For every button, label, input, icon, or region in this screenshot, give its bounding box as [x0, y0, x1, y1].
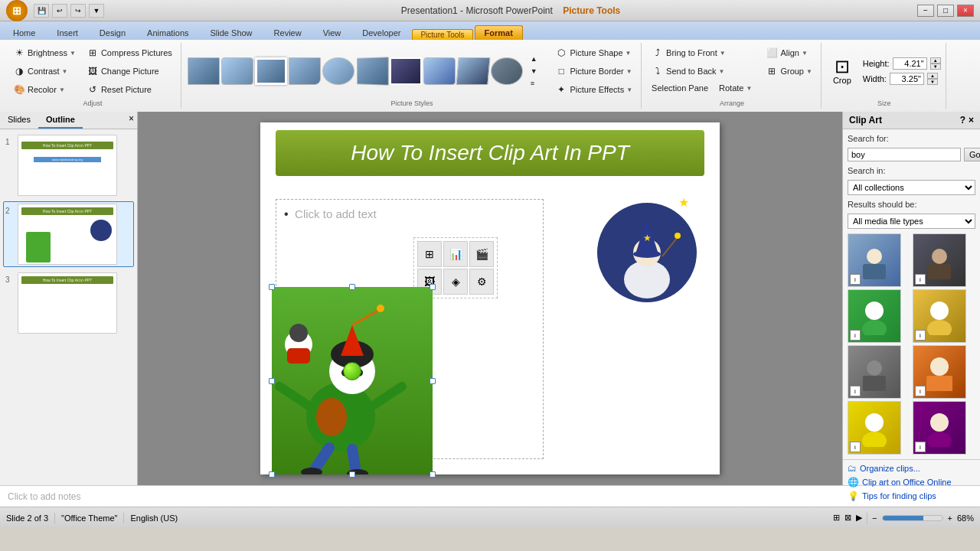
clipart-help[interactable]: ? — [960, 115, 965, 126]
crop-button[interactable]: ⊡ Crop — [828, 54, 857, 89]
office-online-link[interactable]: 🌐 Clip art on Office Online — [848, 477, 975, 487]
character-container[interactable] — [272, 287, 433, 474]
tab-view[interactable]: View — [313, 25, 351, 40]
handle-bl[interactable] — [269, 471, 275, 478]
compress-button[interactable]: ⊞ Compress Pictures — [83, 44, 176, 61]
tab-slideshow[interactable]: Slide Show — [201, 25, 263, 40]
style-3[interactable] — [255, 57, 287, 85]
quick-save[interactable]: 💾 — [34, 4, 49, 18]
style-8[interactable] — [423, 57, 456, 85]
maximize-button[interactable]: □ — [937, 5, 954, 17]
picture-effects-button[interactable]: ✦ Picture Effects ▼ — [551, 81, 636, 98]
picture-shape-button[interactable]: ⬡ Picture Shape ▼ — [551, 44, 636, 61]
grid-media-icon[interactable]: 🎬 — [469, 241, 494, 267]
slides-tab[interactable]: Slides — [0, 112, 38, 129]
zoom-slider[interactable] — [882, 515, 943, 521]
organize-clips-link[interactable]: 🗂 Organize clips... — [848, 463, 975, 474]
style-10[interactable] — [491, 57, 523, 85]
slide-item-2[interactable]: 2 How To Insert Clip Art in PPT — [3, 201, 134, 267]
slide-item-3[interactable]: 3 How To Insert Clip Art in PPT — [3, 270, 134, 336]
clip-item-8[interactable]: i — [913, 401, 966, 455]
selection-pane-button[interactable]: Selection Pane — [648, 81, 712, 95]
more-styles[interactable]: ▲ — [528, 54, 541, 64]
bring-front-button[interactable]: ⤴ Bring to Front ▼ — [648, 44, 756, 61]
all-styles[interactable]: ≡ — [528, 78, 541, 89]
minimize-button[interactable]: − — [917, 5, 934, 17]
style-5[interactable] — [322, 57, 354, 85]
tab-home[interactable]: Home — [3, 25, 45, 40]
tab-insert[interactable]: Insert — [47, 25, 88, 40]
align-button[interactable]: ⬜ Align ▼ — [762, 44, 816, 61]
reset-picture-button[interactable]: ↺ Reset Picture — [83, 81, 176, 98]
clipart-close[interactable]: × — [969, 115, 974, 126]
style-9[interactable] — [456, 57, 490, 85]
change-picture-button[interactable]: 🖼 Change Picture — [83, 63, 176, 80]
less-styles[interactable]: ▼ — [528, 66, 541, 77]
height-spin[interactable]: ▲ ▼ — [930, 57, 941, 70]
handle-tm[interactable] — [349, 284, 355, 290]
slide-canvas[interactable]: How To Insert Clip Art In PPT • Click to… — [260, 122, 720, 474]
width-spin[interactable]: ▲ ▼ — [927, 73, 938, 85]
clip-item-6[interactable]: i — [913, 345, 966, 399]
width-input[interactable] — [890, 73, 924, 85]
tab-developer[interactable]: Developer — [352, 25, 410, 40]
group-button[interactable]: ⊞ Group ▼ — [762, 63, 816, 80]
contrast-button[interactable]: ◑ Contrast ▼ — [9, 63, 80, 80]
go-button[interactable]: Go — [964, 148, 980, 161]
handle-mr[interactable] — [430, 378, 436, 384]
handle-tl[interactable] — [269, 284, 275, 290]
notes-bar[interactable]: Click to add notes — [0, 485, 980, 507]
handle-tr[interactable] — [430, 284, 436, 290]
move-handle[interactable] — [343, 362, 361, 380]
recolor-button[interactable]: 🎨 Recolor ▼ — [9, 81, 80, 98]
view-slide-sorter[interactable]: ⊠ — [844, 513, 851, 523]
tab-design[interactable]: Design — [90, 25, 136, 40]
quick-undo[interactable]: ↩ — [52, 4, 67, 18]
zoom-in[interactable]: + — [948, 514, 952, 523]
view-normal[interactable]: ⊞ — [833, 513, 840, 523]
grid-table-icon[interactable]: ⊞ — [417, 241, 442, 267]
close-panel[interactable]: × — [126, 112, 137, 129]
results-select[interactable]: All media file types — [848, 214, 975, 229]
style-2[interactable] — [221, 57, 253, 85]
outline-tab[interactable]: Outline — [38, 112, 83, 129]
slide-item-1[interactable]: 1 How To Insert Clip Art in PPT www.mysl… — [3, 132, 134, 198]
grid-extra-icon[interactable]: ⚙ — [469, 269, 494, 295]
style-4[interactable] — [289, 57, 321, 85]
style-1[interactable] — [188, 57, 220, 85]
picture-border-button[interactable]: □ Picture Border ▼ — [551, 63, 636, 80]
clip-item-3[interactable]: i — [848, 289, 901, 343]
handle-ml[interactable] — [269, 378, 275, 384]
clip-item-1[interactable]: i — [848, 233, 901, 287]
search-in-select[interactable]: All collections — [848, 180, 975, 195]
wizard-clipart[interactable]: ★ ★ — [597, 203, 697, 302]
slide-thumb-2[interactable]: How To Insert Clip Art in PPT — [18, 204, 117, 265]
tips-link[interactable]: 💡 Tips for finding clips — [848, 491, 975, 501]
brightness-button[interactable]: ☀ Brightness ▼ — [9, 44, 80, 61]
slide-thumb-3[interactable]: How To Insert Clip Art in PPT — [18, 272, 117, 334]
tab-animations[interactable]: Animations — [137, 25, 198, 40]
grid-chart-icon[interactable]: 📊 — [443, 241, 468, 267]
clip-item-4[interactable]: i — [913, 289, 966, 343]
height-input[interactable] — [893, 57, 927, 70]
view-slideshow[interactable]: ▶ — [856, 513, 862, 523]
tab-format[interactable]: Format — [475, 25, 523, 40]
office-button[interactable]: ⊞ — [6, 0, 28, 21]
style-6[interactable] — [357, 57, 389, 86]
rotate-button[interactable]: Rotate ▼ — [715, 81, 756, 95]
clip-item-2[interactable]: i — [913, 233, 966, 287]
close-button[interactable]: × — [957, 5, 974, 17]
quick-extra[interactable]: ▼ — [89, 4, 104, 18]
quick-redo[interactable]: ↪ — [70, 4, 86, 18]
style-7[interactable] — [390, 57, 422, 85]
handle-bm[interactable] — [349, 471, 355, 478]
zoom-out[interactable]: − — [872, 514, 877, 523]
clip-item-5[interactable]: i — [848, 345, 901, 399]
clip-item-7[interactable]: i — [848, 401, 901, 455]
grid-diagram-icon[interactable]: ◈ — [443, 269, 468, 295]
slide-thumb-1[interactable]: How To Insert Clip Art in PPT www.myslic… — [18, 135, 117, 196]
send-back-button[interactable]: ⤵ Send to Back ▼ — [648, 63, 756, 80]
search-input[interactable] — [848, 148, 961, 161]
tab-review[interactable]: Review — [264, 25, 312, 40]
handle-br[interactable] — [430, 471, 436, 478]
